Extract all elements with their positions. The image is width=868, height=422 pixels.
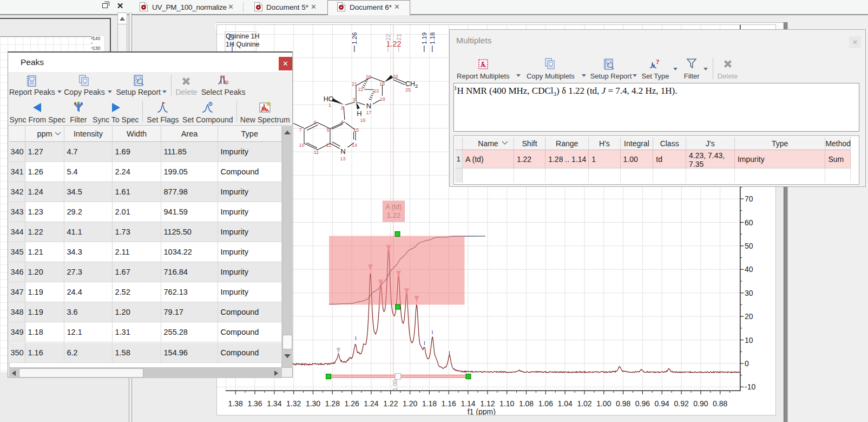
svg-text:60: 60 (745, 218, 753, 227)
svg-text:N: N (340, 147, 345, 155)
svg-text:1.30: 1.30 (306, 399, 320, 408)
svg-text:1.24: 1.24 (364, 399, 378, 408)
svg-text:?: ? (656, 57, 660, 66)
svg-text:70: 70 (745, 194, 753, 203)
svg-text:1.32: 1.32 (286, 399, 301, 408)
svg-text:23: 23 (373, 88, 379, 94)
svg-text:12: 12 (326, 142, 331, 148)
svg-text:1.26: 1.26 (344, 399, 359, 408)
svg-text:10: 10 (745, 336, 753, 345)
svg-text:f1 (ppm): f1 (ppm) (468, 407, 496, 415)
svg-text:20: 20 (366, 74, 371, 80)
svg-text:18: 18 (380, 96, 385, 102)
svg-text:19: 19 (379, 81, 385, 87)
svg-text:3: 3 (352, 97, 355, 102)
svg-text:15: 15 (353, 127, 359, 133)
svg-text:1.22: 1.22 (387, 211, 400, 219)
svg-text:30: 30 (745, 289, 753, 297)
svg-text:1.04: 1.04 (557, 399, 572, 408)
svg-text:1.19: 1.19 (421, 33, 428, 44)
svg-text:1: 1 (328, 102, 331, 108)
svg-text:1.16: 1.16 (442, 399, 456, 408)
svg-text:A (td): A (td) (386, 203, 402, 211)
svg-text:4: 4 (340, 119, 343, 125)
svg-text:1.10: 1.10 (499, 399, 514, 408)
svg-text:1.22: 1.22 (383, 399, 398, 408)
svg-text:17: 17 (366, 110, 371, 115)
svg-text:0.90: 0.90 (693, 399, 708, 408)
svg-text:0.92: 0.92 (674, 399, 688, 408)
svg-text:1.36: 1.36 (247, 399, 262, 408)
svg-text:1.28: 1.28 (325, 399, 340, 408)
svg-text:1.34: 1.34 (267, 399, 281, 408)
svg-text:1.02: 1.02 (577, 399, 591, 408)
svg-text:HO: HO (324, 95, 334, 103)
svg-text:2: 2 (340, 105, 343, 111)
svg-text:50: 50 (745, 242, 753, 250)
svg-text:13: 13 (340, 156, 345, 161)
svg-text:7: 7 (299, 127, 301, 133)
svg-text:16: 16 (360, 118, 365, 123)
svg-text:0.96: 0.96 (635, 399, 650, 408)
svg-text:1.20: 1.20 (403, 399, 417, 408)
svg-text:-10: -10 (745, 382, 755, 391)
svg-text:Quinine 1H: Quinine 1H (226, 33, 260, 40)
svg-text:20: 20 (745, 312, 753, 321)
svg-text:11: 11 (314, 150, 319, 155)
svg-text:0.98: 0.98 (616, 399, 630, 408)
svg-text:1.22: 1.22 (386, 40, 401, 48)
svg-text:6: 6 (314, 120, 317, 125)
svg-text:0: 0 (745, 359, 749, 368)
svg-text:10: 10 (299, 142, 304, 148)
svg-text:1H Quinine: 1H Quinine (226, 41, 260, 48)
svg-text:1.06: 1.06 (538, 399, 553, 408)
svg-text:5: 5 (326, 127, 329, 133)
svg-text:22: 22 (358, 87, 363, 92)
svg-text:1.08: 1.08 (519, 399, 534, 408)
svg-text:1.00: 1.00 (596, 399, 611, 408)
svg-text:40: 40 (745, 265, 753, 274)
svg-text:H: H (357, 109, 361, 118)
svg-text:25: 25 (405, 87, 411, 93)
svg-text:0.88: 0.88 (713, 399, 727, 408)
svg-text:N: N (366, 102, 371, 110)
svg-text:1.18: 1.18 (429, 33, 436, 44)
svg-text:21: 21 (352, 81, 357, 87)
svg-text:1.18: 1.18 (422, 399, 437, 408)
svg-text:1.38: 1.38 (228, 399, 243, 408)
svg-text:0.94: 0.94 (655, 399, 669, 408)
svg-text:1.00: 1.00 (392, 379, 398, 391)
svg-text:14: 14 (352, 142, 357, 148)
svg-text:1.26: 1.26 (351, 33, 358, 44)
